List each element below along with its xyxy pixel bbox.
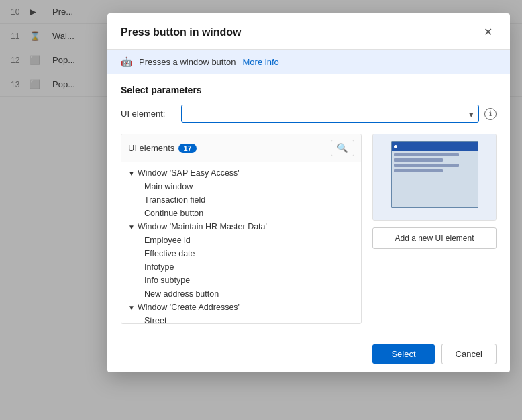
expand-icon: ▼ xyxy=(128,304,135,311)
group-label: Window 'SAP Easy Access' xyxy=(138,168,240,178)
info-text: Presses a window button xyxy=(139,57,236,67)
expand-icon: ▼ xyxy=(128,170,135,177)
group-label: Window 'Maintain HR Master Data' xyxy=(138,222,267,231)
more-info-link[interactable]: More info xyxy=(243,57,279,67)
panel-header-left: UI elements 17 xyxy=(128,143,197,153)
modal-footer: Select Cancel xyxy=(107,335,510,372)
sap-titlebar xyxy=(392,142,478,151)
robot-icon: 🤖 xyxy=(121,56,132,67)
preview-image xyxy=(373,134,496,220)
ui-elements-count: 17 xyxy=(178,144,196,153)
preview-box xyxy=(372,134,497,221)
ui-element-select[interactable] xyxy=(181,105,479,123)
tree-item-continue-button[interactable]: Continue button xyxy=(121,207,361,220)
tree-item-info-subtype[interactable]: Info subtype xyxy=(121,274,361,287)
group-label: Window 'Create Addresses' xyxy=(138,303,240,312)
right-panel: Add a new UI element xyxy=(372,134,497,324)
ui-elements-panel: UI elements 17 🔍 ▼ Window 'SAP Easy Acce… xyxy=(121,134,362,324)
tree-item-employee-id[interactable]: Employee id xyxy=(121,233,361,247)
tree-item-infotype[interactable]: Infotype xyxy=(121,260,361,274)
panel-header: UI elements 17 🔍 xyxy=(121,134,361,162)
tree-item-effective-date[interactable]: Effective date xyxy=(121,247,361,260)
expand-icon: ▼ xyxy=(128,223,135,231)
ui-elements-tree: ▼ Window 'SAP Easy Access' Main window T… xyxy=(121,162,361,323)
preview-line xyxy=(394,153,460,156)
press-button-modal: Press button in window ✕ 🤖 Presses a win… xyxy=(107,13,510,372)
ui-element-select-wrapper: ▾ xyxy=(181,105,479,123)
search-icon: 🔍 xyxy=(337,143,348,153)
preview-line xyxy=(394,169,443,172)
sap-preview-window xyxy=(391,141,478,208)
tree-group-create-addresses[interactable]: ▼ Window 'Create Addresses' xyxy=(121,301,361,314)
sap-body xyxy=(392,151,478,176)
info-banner: 🤖 Presses a window button More info xyxy=(107,50,510,74)
ui-element-label: UI element: xyxy=(121,109,181,119)
cancel-button[interactable]: Cancel xyxy=(441,344,497,364)
ui-element-field-row: UI element: ▾ ℹ xyxy=(121,105,497,123)
content-area: UI elements 17 🔍 ▼ Window 'SAP Easy Acce… xyxy=(121,134,497,324)
preview-line xyxy=(394,158,443,162)
modal-body: Select parameters UI element: ▾ ℹ UI ele… xyxy=(107,74,510,335)
tree-item-new-address-button[interactable]: New address button xyxy=(121,287,361,301)
search-button[interactable]: 🔍 xyxy=(331,140,354,156)
info-circle-button[interactable]: ℹ xyxy=(484,108,497,120)
tree-item-street[interactable]: Street xyxy=(121,314,361,323)
title-dot xyxy=(394,145,397,148)
section-title: Select parameters xyxy=(121,85,497,95)
modal-title: Press button in window xyxy=(121,26,242,38)
tree-group-sap-easy-access[interactable]: ▼ Window 'SAP Easy Access' xyxy=(121,166,361,180)
ui-elements-label: UI elements xyxy=(128,143,174,153)
tree-group-hr-master-data[interactable]: ▼ Window 'Maintain HR Master Data' xyxy=(121,220,361,233)
modal-header: Press button in window ✕ xyxy=(107,13,510,50)
preview-line xyxy=(394,164,460,167)
tree-item-transaction-field[interactable]: Transaction field xyxy=(121,193,361,207)
select-button[interactable]: Select xyxy=(372,344,434,364)
close-button[interactable]: ✕ xyxy=(480,24,497,40)
add-ui-element-button[interactable]: Add a new UI element xyxy=(372,227,497,249)
tree-item-main-window[interactable]: Main window xyxy=(121,180,361,193)
